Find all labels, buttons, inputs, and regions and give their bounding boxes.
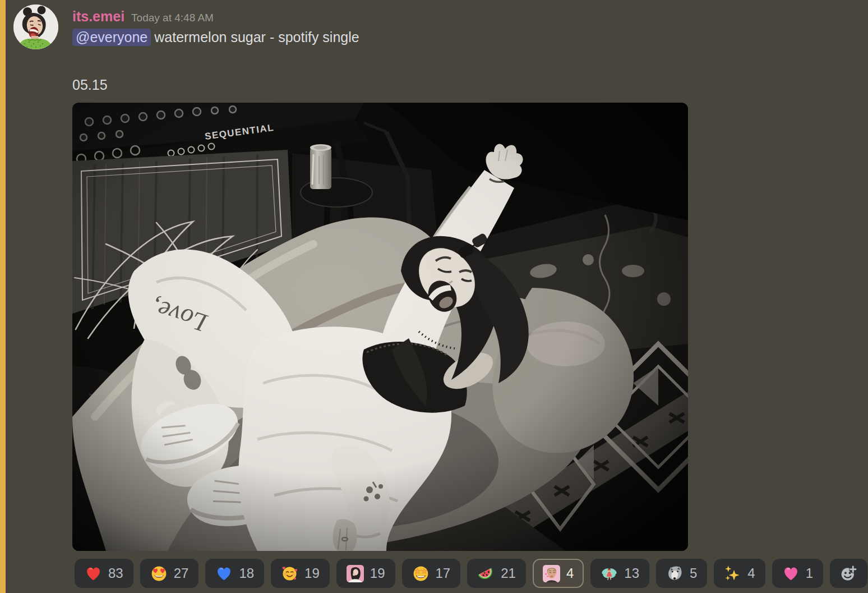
- reaction-pill-red-heart[interactable]: 83: [75, 559, 133, 588]
- reaction-pill-star-struck[interactable]: 17: [402, 559, 461, 588]
- everyone-mention[interactable]: @everyone: [72, 29, 151, 46]
- reaction-pill-sparkles[interactable]: 4: [714, 559, 765, 588]
- attachment-image[interactable]: SEQUENTIAL: [72, 103, 688, 551]
- message-header: its.emei Today at 4:48 AM: [72, 8, 868, 25]
- reaction-count: 21: [501, 566, 516, 581]
- reaction-count: 13: [624, 566, 639, 581]
- reaction-count: 4: [566, 566, 574, 581]
- message-text: @everyonewatermelon sugar - spotify sing…: [72, 28, 868, 47]
- mention-highlight-bar: [0, 0, 6, 593]
- reaction-count: 1: [806, 566, 813, 581]
- red-heart-emoji: [85, 565, 102, 582]
- reaction-count: 17: [436, 566, 451, 581]
- avatar[interactable]: [13, 4, 58, 49]
- reaction-pill-custom-face[interactable]: 4: [533, 559, 584, 588]
- reaction-pill-smiling-hearts[interactable]: 19: [271, 559, 330, 588]
- custom-face-photo-emoji: [543, 565, 560, 582]
- add-reaction-button[interactable]: [830, 559, 867, 588]
- timestamp: Today at 4:48 AM: [131, 12, 214, 24]
- reaction-pill-blue-heart[interactable]: 18: [205, 559, 264, 588]
- watermelon-emoji: [477, 565, 495, 582]
- reaction-count: 19: [370, 566, 385, 581]
- reaction-count: 19: [304, 566, 320, 581]
- heart-eyes-emoji: [150, 565, 168, 582]
- blue-heart-emoji: [215, 565, 233, 582]
- caption-text: 05.15: [72, 76, 868, 94]
- reaction-pill-heart-eyes[interactable]: 27: [140, 559, 199, 588]
- smiling-face-with-hearts-emoji: [281, 565, 298, 582]
- custom-emei-photo-emoji: [347, 565, 364, 582]
- reaction-count: 4: [747, 566, 755, 581]
- reaction-count: 83: [108, 566, 123, 581]
- reaction-pill-fairy[interactable]: 13: [590, 559, 649, 588]
- avatar-illustration: [13, 4, 58, 49]
- reaction-pill-wolf[interactable]: 5: [656, 559, 707, 588]
- add-reaction-icon: [840, 565, 857, 582]
- reactions-row: 83 27 18: [75, 559, 868, 588]
- star-struck-emoji: [412, 565, 430, 582]
- reaction-pill-pink-heart[interactable]: 1: [772, 559, 823, 588]
- pink-heart-emoji: [782, 565, 800, 582]
- reaction-count: 18: [239, 566, 254, 581]
- sparkles-emoji: [724, 565, 741, 582]
- fairy-emoji: [601, 565, 618, 582]
- message-content: its.emei Today at 4:48 AM @everyonewater…: [72, 0, 868, 588]
- reaction-count: 27: [174, 566, 189, 581]
- message-body: watermelon sugar - spotify single: [154, 29, 359, 45]
- vignette: [72, 103, 688, 551]
- wolf-emoji: [666, 565, 684, 582]
- chat-message: its.emei Today at 4:48 AM @everyonewater…: [0, 0, 868, 588]
- reaction-pill-custom-emei[interactable]: 19: [336, 559, 395, 588]
- reaction-count: 5: [690, 566, 697, 581]
- photo-illustration: SEQUENTIAL: [72, 103, 688, 551]
- username[interactable]: its.emei: [72, 8, 124, 25]
- reaction-pill-watermelon[interactable]: 21: [467, 559, 526, 588]
